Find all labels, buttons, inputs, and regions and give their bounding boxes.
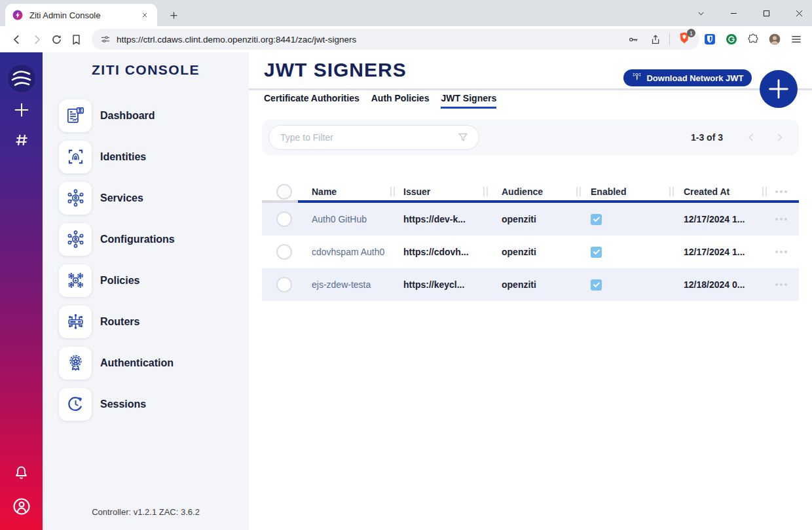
dashboard-icon <box>59 99 92 132</box>
column-header-issuer[interactable]: Issuer <box>403 186 430 197</box>
sidebar-item-label: Sessions <box>100 398 146 410</box>
add-jwt-signer-button[interactable] <box>760 70 798 108</box>
select-all-checkbox[interactable] <box>276 184 292 200</box>
profile-avatar[interactable] <box>767 31 783 47</box>
filter-funnel-icon[interactable] <box>456 130 470 145</box>
new-tab-button[interactable] <box>165 7 182 24</box>
forward-button[interactable] <box>28 31 45 48</box>
authentication-icon <box>59 347 92 380</box>
identities-icon <box>59 141 92 173</box>
sidebar: ZITI CONSOLE Dashboard Identities Servic… <box>43 52 249 530</box>
download-network-jwt-button[interactable]: Download Network JWT <box>623 69 752 86</box>
routers-icon <box>59 306 92 338</box>
reload-button[interactable] <box>48 31 65 48</box>
cell-name: cdovhspam Auth0 <box>312 247 392 257</box>
sidebar-item[interactable]: Routers <box>43 301 249 342</box>
account-icon[interactable] <box>7 492 36 521</box>
column-separator <box>762 187 767 197</box>
row-checkbox[interactable] <box>276 277 292 292</box>
table-row[interactable]: Auth0 GitHub https://dev-k... openziti 1… <box>262 203 799 236</box>
close-window-button[interactable] <box>792 7 805 20</box>
sidebar-item-label: Routers <box>100 316 139 328</box>
filter-input[interactable] <box>268 125 479 150</box>
cell-audience: openziti <box>502 247 578 257</box>
column-options-icon[interactable] <box>775 190 787 193</box>
table-header: Name Issuer Audience Enabled Created At <box>262 183 799 200</box>
table-row[interactable]: ejs-zdew-testa https://keycl... openziti… <box>262 268 799 301</box>
console-title: ZITI CONSOLE <box>43 62 249 78</box>
browser-menu-icon[interactable] <box>788 31 804 47</box>
enabled-checkbox[interactable] <box>591 247 602 258</box>
share-icon[interactable] <box>648 32 662 46</box>
sidebar-nav: Dashboard Identities Services Configurat… <box>43 95 249 425</box>
rail-add-button[interactable] <box>7 96 36 124</box>
sidebar-item-label: Authentication <box>100 357 174 369</box>
tab-close-icon[interactable] <box>139 9 151 21</box>
address-bar[interactable]: https://ctrl.cdaws.clint.demo.openziti.o… <box>92 29 699 50</box>
extensions-icon[interactable] <box>745 31 761 47</box>
sidebar-item[interactable]: Authentication <box>43 342 249 383</box>
notifications-bell-icon[interactable] <box>7 458 36 487</box>
sidebar-item[interactable]: Dashboard <box>43 95 249 136</box>
table-row[interactable]: cdovhspam Auth0 https://cdovh... openzit… <box>262 236 799 268</box>
maximize-button[interactable] <box>760 7 773 20</box>
browser-tab[interactable]: Ziti Admin Console <box>5 4 157 26</box>
browser-tabstrip: Ziti Admin Console <box>0 0 812 26</box>
column-header-enabled[interactable]: Enabled <box>591 186 626 197</box>
cell-created-at: 12/17/2024 1... <box>684 247 764 257</box>
brave-shield-icon[interactable]: 1 <box>677 32 692 46</box>
tab-search-button[interactable] <box>694 7 707 20</box>
column-header-name[interactable]: Name <box>312 186 337 197</box>
row-menu-icon[interactable] <box>775 251 787 253</box>
services-icon <box>59 182 92 215</box>
ziti-favicon-icon <box>12 9 24 21</box>
tab[interactable]: JWT Signers <box>441 93 496 109</box>
window-controls <box>694 0 805 26</box>
page-title: JWT SIGNERS <box>264 59 407 81</box>
pagination-prev-button[interactable] <box>744 130 758 145</box>
minimize-button[interactable] <box>727 7 740 20</box>
cell-issuer: https://cdovh... <box>403 247 485 257</box>
enabled-checkbox[interactable] <box>591 214 602 225</box>
sessions-icon <box>59 388 92 421</box>
jwt-signers-table: Name Issuer Audience Enabled Created At … <box>262 183 799 200</box>
enabled-checkbox[interactable] <box>591 279 602 291</box>
cell-issuer: https://keycl... <box>403 279 485 290</box>
tune-icon[interactable] <box>100 33 111 45</box>
password-manager-icon[interactable] <box>626 32 640 46</box>
divider <box>669 33 670 45</box>
row-checkbox[interactable] <box>276 244 292 260</box>
ziti-logo-icon[interactable] <box>7 64 36 93</box>
jwt-key-icon <box>631 71 642 85</box>
sidebar-item-label: Configurations <box>100 234 175 245</box>
url-text[interactable]: https://ctrl.cdaws.clint.demo.openziti.o… <box>117 35 626 44</box>
cell-name: Auth0 GitHub <box>312 214 392 224</box>
filter-bar: 1-3 of 3 <box>262 120 799 155</box>
sidebar-item-label: Dashboard <box>100 110 155 122</box>
configurations-icon <box>59 223 92 256</box>
column-header-created-at[interactable]: Created At <box>684 186 729 197</box>
row-checkbox[interactable] <box>276 211 292 227</box>
sidebar-item[interactable]: Services <box>43 177 249 219</box>
sidebar-item[interactable]: Sessions <box>43 383 249 425</box>
sidebar-item[interactable]: Configurations <box>43 219 249 260</box>
sidebar-item[interactable]: Policies <box>43 260 249 301</box>
tab[interactable]: Auth Policies <box>371 93 430 109</box>
row-menu-icon[interactable] <box>775 218 787 221</box>
pagination-range: 1-3 of 3 <box>691 132 723 143</box>
pagination-next-button[interactable] <box>773 130 787 145</box>
column-header-audience[interactable]: Audience <box>502 186 543 197</box>
row-menu-icon[interactable] <box>775 283 787 286</box>
tab[interactable]: Certificate Authorities <box>264 93 360 109</box>
section-tabs: Certificate AuthoritiesAuth PoliciesJWT … <box>264 93 496 109</box>
bookmark-button[interactable] <box>67 31 84 48</box>
cell-issuer: https://dev-k... <box>403 214 485 224</box>
rail-hash-button[interactable] <box>7 126 36 154</box>
bitwarden-extension-icon[interactable] <box>702 31 718 47</box>
sidebar-item[interactable]: Identities <box>43 136 249 177</box>
sidebar-item-label: Policies <box>100 275 139 287</box>
cell-audience: openziti <box>502 279 578 290</box>
back-button[interactable] <box>8 31 25 48</box>
grammarly-extension-icon[interactable] <box>724 31 739 47</box>
sidebar-item-label: Identities <box>100 151 146 163</box>
